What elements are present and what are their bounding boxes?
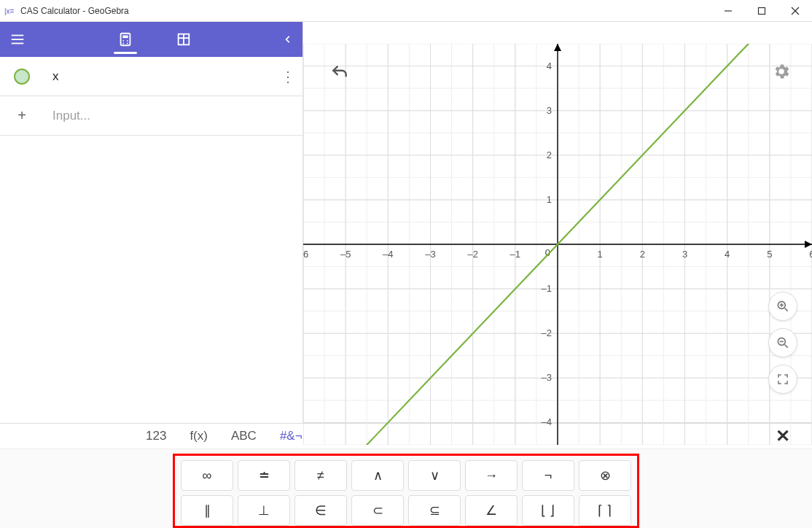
svg-rect-9 <box>122 36 128 39</box>
minimize-button[interactable] <box>711 0 745 22</box>
svg-text:–2: –2 <box>467 249 477 260</box>
zoom-in-button[interactable] <box>768 292 797 321</box>
window-title: CAS Calculator - GeoGebra <box>20 6 129 16</box>
visibility-toggle[interactable] <box>0 69 44 85</box>
key-12[interactable]: ⊆ <box>408 495 461 526</box>
key-13[interactable]: ∠ <box>465 495 518 526</box>
tab-cas[interactable] <box>108 22 143 57</box>
key-1[interactable]: ≐ <box>238 460 290 491</box>
menu-button[interactable] <box>0 22 35 57</box>
svg-text:–1: –1 <box>542 283 552 294</box>
close-window-button[interactable] <box>778 0 812 22</box>
algebra-panel: x ⋮ + Input... <box>0 22 303 423</box>
key-3[interactable]: ∧ <box>351 460 404 491</box>
key-0[interactable]: ∞ <box>181 460 233 491</box>
maximize-button[interactable] <box>745 0 778 22</box>
collapse-panel-button[interactable] <box>273 22 302 57</box>
kb-tab-fx[interactable]: f(x) <box>190 429 208 443</box>
input-placeholder[interactable]: Input... <box>44 109 302 123</box>
fullscreen-button[interactable] <box>768 365 797 394</box>
key-9[interactable]: ⊥ <box>238 495 290 526</box>
svg-line-109 <box>785 308 788 311</box>
key-15[interactable]: ⌈ ⌉ <box>579 495 631 526</box>
svg-text:3: 3 <box>682 249 687 260</box>
svg-point-13 <box>126 43 128 44</box>
title-bar: |x= CAS Calculator - GeoGebra <box>0 0 812 22</box>
key-4[interactable]: ∨ <box>408 460 461 491</box>
settings-button[interactable] <box>765 55 797 88</box>
svg-text:–5: –5 <box>340 249 351 260</box>
svg-point-11 <box>126 40 128 42</box>
svg-text:5: 5 <box>767 249 772 260</box>
main-area: x ⋮ + Input... –6–5–4–3–2–10123456–4–3–2… <box>0 22 812 423</box>
svg-marker-86 <box>554 44 561 51</box>
svg-point-10 <box>122 40 124 42</box>
svg-text:6: 6 <box>809 249 812 260</box>
add-row-button[interactable]: + <box>0 107 44 124</box>
svg-text:–2: –2 <box>542 327 552 338</box>
svg-text:–3: –3 <box>425 249 435 260</box>
svg-text:1: 1 <box>598 249 603 260</box>
expression-content: x <box>44 69 273 84</box>
key-8[interactable]: ∥ <box>181 495 233 526</box>
svg-text:|x=: |x= <box>4 7 15 15</box>
svg-text:–4: –4 <box>542 416 552 427</box>
svg-text:4: 4 <box>725 249 730 260</box>
svg-rect-8 <box>120 34 130 46</box>
tab-table[interactable] <box>166 22 201 57</box>
svg-text:3: 3 <box>547 105 552 116</box>
key-10[interactable]: ∈ <box>294 495 347 526</box>
panel-header <box>0 22 302 57</box>
key-7[interactable]: ⊗ <box>579 460 631 491</box>
svg-text:2: 2 <box>547 150 552 160</box>
key-2[interactable]: ≠ <box>294 460 347 491</box>
svg-text:–4: –4 <box>383 249 393 260</box>
zoom-out-button[interactable] <box>768 328 797 357</box>
svg-point-12 <box>122 43 124 44</box>
svg-marker-85 <box>805 241 812 248</box>
svg-text:–3: –3 <box>542 372 552 383</box>
input-row[interactable]: + Input... <box>0 96 302 136</box>
graph-view[interactable]: –6–5–4–3–2–10123456–4–3–2–11234 <box>303 22 812 423</box>
svg-text:–6: –6 <box>303 249 308 260</box>
key-14[interactable]: ⌊ ⌋ <box>522 495 574 526</box>
svg-line-113 <box>785 345 788 348</box>
expression-row[interactable]: x ⋮ <box>0 57 302 96</box>
row-more-icon[interactable]: ⋮ <box>273 68 302 85</box>
svg-text:–1: –1 <box>510 249 520 260</box>
kb-tab-123[interactable]: 123 <box>146 429 166 443</box>
keyboard-highlight: ∞≐≠∧∨→¬⊗∥⊥∈⊂⊆∠⌊ ⌋⌈ ⌉ <box>173 454 639 528</box>
keyboard-key-grid: ∞≐≠∧∨→¬⊗∥⊥∈⊂⊆∠⌊ ⌋⌈ ⌉ <box>181 460 631 526</box>
svg-text:4: 4 <box>547 61 552 71</box>
svg-text:1: 1 <box>547 194 552 205</box>
svg-text:2: 2 <box>640 249 645 260</box>
kb-tab-abc[interactable]: ABC <box>231 429 257 443</box>
graph-canvas[interactable]: –6–5–4–3–2–10123456–4–3–2–11234 <box>303 44 812 445</box>
key-5[interactable]: → <box>465 460 518 491</box>
svg-rect-2 <box>759 7 765 14</box>
kb-tab-symbols[interactable]: #&¬ <box>280 429 302 443</box>
undo-button[interactable] <box>325 58 354 88</box>
app-icon: |x= <box>4 5 16 17</box>
key-6[interactable]: ¬ <box>522 460 574 491</box>
key-11[interactable]: ⊂ <box>351 495 404 526</box>
